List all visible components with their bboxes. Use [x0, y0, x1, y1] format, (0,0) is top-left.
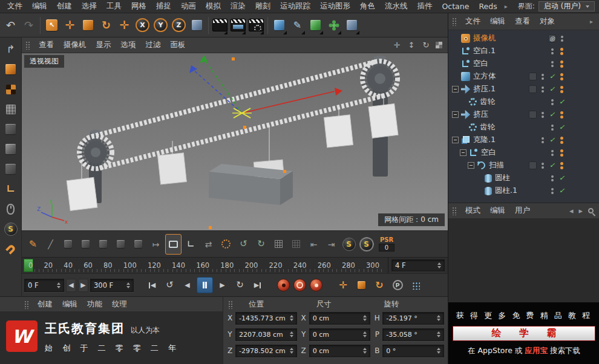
spinner[interactable] [57, 282, 61, 288]
panel-grip-icon[interactable] [452, 206, 457, 215]
menu-overflow-icon[interactable]: ▸ [588, 18, 597, 25]
visibility-toggles[interactable] [548, 122, 556, 132]
spinner[interactable] [363, 331, 367, 337]
visibility-toggles[interactable] [548, 59, 556, 69]
key-rotation-toggle[interactable] [372, 278, 387, 293]
menubar-item[interactable]: Reds [474, 2, 502, 11]
object-tree-row[interactable]: 摄像机 [448, 32, 599, 45]
object-name[interactable]: 克隆.1 [473, 135, 496, 145]
menubar-item[interactable]: 渲染 [226, 1, 250, 11]
view-label[interactable]: 透视视图 [24, 55, 64, 68]
object-tree-row[interactable]: 空白.1 [448, 45, 599, 57]
visibility-toggles[interactable] [538, 160, 546, 171]
coord-field[interactable]: 2207.038 cm [235, 328, 297, 341]
visibility-toggles[interactable] [538, 109, 546, 120]
magnet-snap-button[interactable] [2, 240, 20, 258]
handle-dot[interactable] [209, 226, 212, 229]
enable-toggle[interactable] [548, 109, 556, 120]
object-tree-row[interactable]: 齿轮 [448, 121, 599, 134]
primitive-cube-button[interactable] [270, 15, 288, 36]
render-picture-viewer-button[interactable] [229, 15, 247, 36]
goto-end-button[interactable] [249, 277, 266, 293]
scene-3d[interactable] [22, 53, 448, 230]
object-tree-row[interactable]: 空白 [448, 57, 599, 70]
cube-object[interactable] [209, 164, 293, 205]
panel-grip-icon[interactable] [24, 300, 30, 309]
lock-z-button[interactable]: Z [170, 15, 188, 36]
radial-array-button[interactable] [218, 234, 234, 255]
scale-tool-button[interactable] [79, 15, 97, 36]
object-tree-row[interactable]: 齿轮 [448, 96, 599, 108]
range-prev-button[interactable] [66, 279, 76, 292]
pan-view-icon[interactable] [392, 41, 402, 50]
nav-back-icon[interactable] [569, 207, 574, 215]
spinner[interactable] [437, 315, 440, 321]
visibility-toggles[interactable] [538, 71, 546, 82]
autokey-button[interactable] [293, 279, 306, 291]
object-name[interactable]: 圆柱 [495, 173, 510, 183]
visibility-toggles[interactable] [558, 33, 566, 44]
material-menu-item[interactable]: 创建 [33, 299, 57, 310]
inner-extrude-button[interactable] [95, 234, 111, 255]
hanging-card[interactable] [158, 153, 187, 184]
range-next-button[interactable] [78, 279, 88, 292]
key-point-toggle[interactable] [408, 278, 424, 293]
object-name[interactable]: 摄像机 [473, 33, 496, 44]
coord-field[interactable]: 0 cm [309, 345, 371, 357]
menubar-item[interactable]: 运动跟踪 [275, 1, 315, 11]
active-tool-button[interactable] [165, 234, 182, 255]
visibility-toggles[interactable] [538, 135, 546, 145]
object-tree-row[interactable]: 圆柱 [448, 172, 599, 184]
enable-toggle[interactable] [558, 97, 566, 107]
arrange-tool-button[interactable] [200, 234, 217, 255]
object-name[interactable]: 扫描 [489, 160, 504, 171]
key-scale-toggle[interactable] [353, 278, 369, 293]
phong-tag-icon[interactable] [529, 161, 537, 169]
record-keyframe-button[interactable] [277, 279, 290, 291]
coord-field[interactable]: -1435.773 cm [235, 312, 297, 325]
menubar-item[interactable]: 流水线 [380, 1, 413, 11]
object-manager-menu-item[interactable]: 编辑 [485, 16, 510, 27]
nav-forward-icon[interactable] [578, 207, 583, 215]
object-tree-row[interactable]: 空白 [448, 146, 599, 159]
matrix-extrude-button[interactable] [130, 234, 146, 255]
enable-toggle[interactable] [548, 160, 556, 171]
end-frame-field[interactable]: 300 F [90, 279, 134, 292]
enable-toggle[interactable] [548, 71, 556, 82]
viewport-menu-item[interactable]: 面板 [166, 40, 191, 50]
object-name[interactable]: 空白.1 [473, 46, 496, 56]
expand-collapse-icon[interactable] [452, 86, 459, 93]
phong-tag-icon[interactable] [529, 111, 537, 119]
spinner[interactable] [437, 331, 440, 337]
object-name[interactable]: 空白 [473, 59, 488, 69]
object-tree-row[interactable]: 圆柱.1 [448, 184, 599, 197]
attribute-menu-item[interactable]: 模式 [460, 206, 485, 216]
layer-dots[interactable] [558, 160, 566, 171]
frame-step-field[interactable]: 4 F [391, 259, 445, 271]
menubar-item[interactable]: Octane [437, 2, 474, 11]
generator-button[interactable] [307, 15, 324, 36]
viewport-canvas[interactable]: 透视视图 网格间距：0 cm Y x Z [22, 53, 448, 230]
redo-button[interactable] [20, 15, 38, 36]
object-tree-row[interactable]: 挤压.1 [448, 83, 599, 96]
object-name[interactable]: 挤压 [473, 109, 488, 120]
edges-mode-button[interactable] [2, 140, 20, 158]
snap-settings-button[interactable]: S [341, 234, 357, 255]
layer-dots[interactable] [558, 148, 566, 158]
coord-system-button[interactable] [188, 15, 206, 36]
smooth-shift-button[interactable] [113, 234, 129, 255]
coord-field[interactable]: -35.058 ° [382, 328, 444, 341]
object-name[interactable]: 立方体 [473, 71, 496, 82]
viewport-menu-item[interactable]: 选项 [116, 40, 141, 50]
prev-frame-button[interactable] [179, 277, 195, 293]
texture-mode-button[interactable] [2, 80, 20, 98]
handle-dot[interactable] [243, 126, 246, 129]
render-view-button[interactable] [211, 15, 229, 36]
undo-button[interactable] [2, 15, 19, 36]
lock-y-button[interactable]: Y [152, 15, 169, 36]
object-manager-menu-item[interactable]: 文件 [460, 16, 485, 27]
axis-mode-button[interactable] [2, 180, 20, 198]
menubar-item[interactable]: 文件 [2, 1, 27, 11]
menubar-item[interactable]: 网格 [126, 1, 151, 11]
pause-button[interactable] [197, 277, 213, 293]
